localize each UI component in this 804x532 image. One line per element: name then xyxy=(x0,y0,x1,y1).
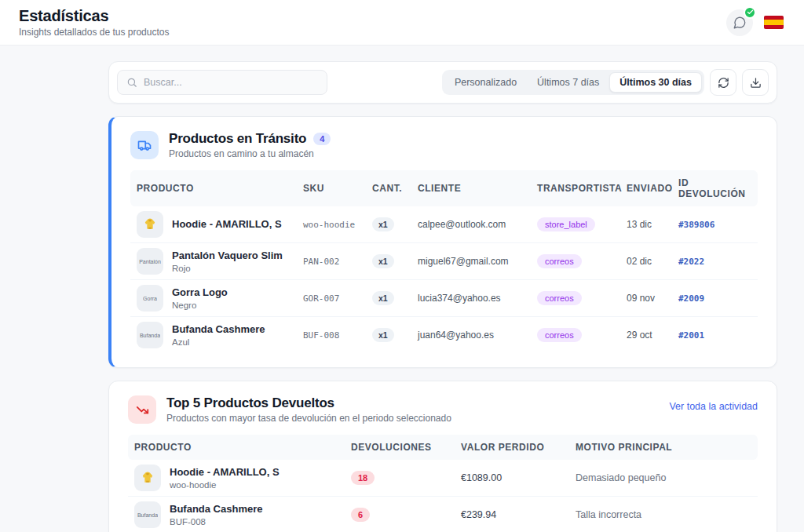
product-text: Hoodie - AMARILLO, S xyxy=(172,218,282,231)
transit-card-title: Productos en Tránsito xyxy=(169,131,306,147)
column-header-sku: SKU xyxy=(297,176,366,201)
returns-card-header: Top 5 Productos Devueltos Productos con … xyxy=(128,394,758,435)
product-variant: Rojo xyxy=(172,264,283,273)
product-thumbnail: Bufanda xyxy=(134,501,161,528)
carrier-badge: correos xyxy=(537,291,582,305)
return-reason: Demasiado pequeño xyxy=(569,468,758,488)
shipped-date: 13 dic xyxy=(620,214,672,235)
product-thumbnail: Pantalón xyxy=(137,248,163,275)
download-button[interactable] xyxy=(742,69,769,96)
sku-value: BUF-008 xyxy=(303,330,339,341)
column-header-transportista: TRANSPORTISTA xyxy=(531,176,620,201)
product-variant: Azul xyxy=(172,337,265,347)
product-text: Pantalón Vaquero Slim Rojo xyxy=(172,250,283,272)
shipped-date: 29 oct xyxy=(620,325,672,345)
download-icon xyxy=(750,77,762,89)
transit-table-row: Gorra Gorra Logo Negro GOR-007 x1 lucia3… xyxy=(130,280,758,317)
quantity-badge: x1 xyxy=(372,328,394,342)
column-header-valor-perdido: VALOR PERDIDO xyxy=(455,435,569,460)
product-sku-sub: woo-hoodie xyxy=(170,480,280,490)
return-id-link[interactable]: #389806 xyxy=(678,220,714,230)
search-input[interactable] xyxy=(144,77,318,88)
products-in-transit-card: Productos en Tránsito 4 Productos en cam… xyxy=(108,116,777,368)
online-check-icon xyxy=(744,6,756,19)
quantity-badge: x1 xyxy=(372,291,394,305)
top-returned-products-card: Top 5 Productos Devueltos Productos con … xyxy=(108,381,777,532)
carrier-badge: correos xyxy=(537,254,582,268)
return-id-link[interactable]: #2022 xyxy=(678,257,704,267)
view-all-activity-link[interactable]: Ver toda la actividad xyxy=(669,401,758,412)
column-header-motivo-principal: MOTIVO PRINCIPAL xyxy=(569,435,758,460)
transit-table-row: Pantalón Pantalón Vaquero Slim Rojo PAN-… xyxy=(130,243,758,280)
transit-card-header: Productos en Tránsito 4 Productos en cam… xyxy=(130,129,758,170)
page-heading: Estadísticas Insights detallados de tus … xyxy=(19,7,169,38)
product-thumbnail xyxy=(137,211,163,238)
sku-value: GOR-007 xyxy=(303,293,339,304)
returns-count-badge: 18 xyxy=(351,471,375,485)
product-thumb-label: Pantalón xyxy=(139,259,161,264)
transit-table-row: Hoodie - AMARILLO, S woo-hoodie x1 calpe… xyxy=(130,206,758,243)
range-option-7-dias[interactable]: Últimos 7 días xyxy=(527,72,609,93)
return-id-link[interactable]: #2001 xyxy=(678,330,704,341)
topbar-actions xyxy=(726,9,784,36)
page-subtitle: Insights detallados de tus productos xyxy=(19,27,169,38)
product-text: Gorra Logo Negro xyxy=(172,286,228,309)
product-text: Bufanda Cashmere Azul xyxy=(172,323,265,346)
spanish-flag-icon[interactable] xyxy=(764,16,784,29)
refresh-icon xyxy=(718,77,729,89)
product-cell: Pantalón Pantalón Vaquero Slim Rojo xyxy=(130,243,297,279)
search-box xyxy=(117,70,327,95)
column-header-producto: PRODUCTO xyxy=(128,435,345,460)
product-cell: Gorra Gorra Logo Negro xyxy=(130,280,297,316)
date-range-segmented-control: Personalizado Últimos 7 días Últimos 30 … xyxy=(442,70,704,95)
product-text: Bufanda Cashmere BUF-008 xyxy=(170,503,262,526)
client-email: lucia374@yahoo.es xyxy=(411,288,531,308)
client-email: calpee@outlook.com xyxy=(411,214,531,235)
returns-card-titles: Top 5 Productos Devueltos Productos con … xyxy=(166,395,451,424)
carrier-badge: correos xyxy=(537,328,582,342)
product-name: Pantalón Vaquero Slim xyxy=(172,250,283,262)
product-cell: Bufanda Bufanda Cashmere BUF-008 xyxy=(128,497,345,532)
product-name: Gorra Logo xyxy=(172,286,228,299)
page-title: Estadísticas xyxy=(19,7,169,25)
lost-value: €1089.00 xyxy=(455,468,569,488)
hoodie-image xyxy=(140,470,155,486)
transit-count-badge: 4 xyxy=(313,133,331,145)
product-text: Hoodie - AMARILLO, S woo-hoodie xyxy=(170,466,280,489)
product-thumbnail xyxy=(134,465,161,491)
product-name: Bufanda Cashmere xyxy=(170,503,262,516)
trending-down-icon xyxy=(128,395,156,424)
truck-icon xyxy=(130,131,159,159)
product-name: Hoodie - AMARILLO, S xyxy=(172,218,282,231)
column-header-devoluciones: DEVOLUCIONES xyxy=(345,435,455,460)
quantity-badge: x1 xyxy=(372,217,394,231)
toolbar-actions: Personalizado Últimos 7 días Últimos 30 … xyxy=(442,69,769,96)
product-name: Hoodie - AMARILLO, S xyxy=(170,466,280,479)
product-thumb-label: Gorra xyxy=(143,296,157,301)
transit-table-row: Bufanda Bufanda Cashmere Azul BUF-008 x1… xyxy=(130,317,758,353)
carrier-badge: store_label xyxy=(537,217,595,231)
top-bar: Estadísticas Insights detallados de tus … xyxy=(0,0,804,46)
transit-card-titles: Productos en Tránsito 4 Productos en cam… xyxy=(169,131,331,159)
returns-table-header: PRODUCTO DEVOLUCIONES VALOR PERDIDO MOTI… xyxy=(128,435,758,460)
sku-value: woo-hoodie xyxy=(303,220,355,230)
chat-button[interactable] xyxy=(726,9,753,36)
refresh-button[interactable] xyxy=(710,69,736,96)
returns-card-title: Top 5 Productos Devueltos xyxy=(166,395,334,411)
shipped-date: 02 dic xyxy=(620,251,672,271)
quantity-badge: x1 xyxy=(372,254,394,268)
product-cell: Hoodie - AMARILLO, S woo-hoodie xyxy=(128,460,345,496)
column-header-cliente: CLIENTE xyxy=(411,176,531,201)
speech-bubble-icon xyxy=(733,16,747,30)
product-sku-sub: BUF-008 xyxy=(170,517,262,527)
range-option-personalizado[interactable]: Personalizado xyxy=(444,72,527,93)
filters-toolbar: Personalizado Últimos 7 días Últimos 30 … xyxy=(108,61,777,104)
sku-value: PAN-002 xyxy=(303,257,339,267)
return-id-link[interactable]: #2009 xyxy=(678,293,704,304)
product-cell: Bufanda Bufanda Cashmere Azul xyxy=(130,317,297,353)
client-email: miguel67@gmail.com xyxy=(411,251,531,271)
range-option-30-dias[interactable]: Últimos 30 días xyxy=(609,72,702,93)
column-header-cant: CANT. xyxy=(366,176,411,201)
returns-count-badge: 6 xyxy=(351,508,370,522)
client-email: juan64@yahoo.es xyxy=(411,325,531,345)
